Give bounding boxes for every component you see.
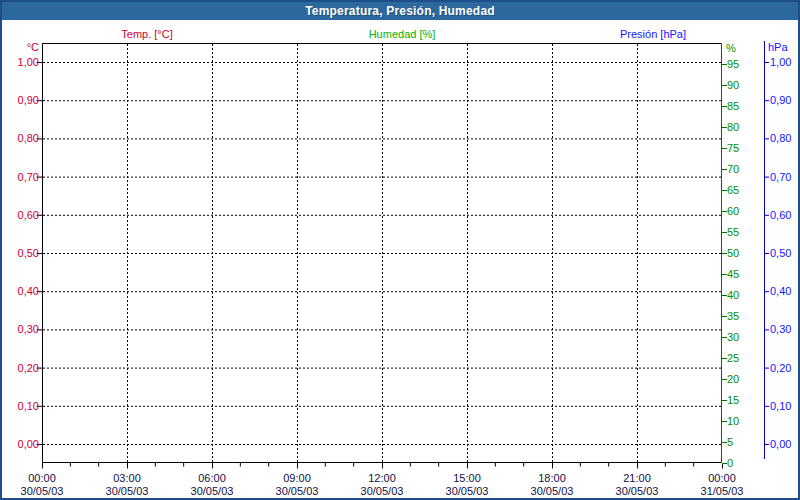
date-tick-label: 30/05/03: [520, 485, 584, 497]
humidity-tick-label: 75: [727, 142, 739, 154]
temp-tick-label: 0,20: [4, 362, 39, 374]
time-tick-label: 06:00: [180, 472, 244, 484]
time-tick-label: 03:00: [95, 472, 159, 484]
temp-tick-label: 0,60: [4, 209, 39, 221]
pressure-tick-label: 1,00: [770, 56, 791, 68]
humidity-tick-label: 50: [727, 247, 739, 259]
date-tick-label: 30/05/03: [605, 485, 669, 497]
humidity-tick-label: 25: [727, 352, 739, 364]
humidity-tick-label: 20: [727, 373, 739, 385]
temp-tick-label: 1,00: [4, 56, 39, 68]
pressure-tick-label: 0,60: [770, 209, 791, 221]
time-tick-label: 12:00: [350, 472, 414, 484]
date-tick-label: 30/05/03: [265, 485, 329, 497]
humidity-tick-label: 90: [727, 79, 739, 91]
time-tick-label: 15:00: [435, 472, 499, 484]
time-tick-label: 00:00: [10, 472, 74, 484]
humidity-tick-label: 70: [727, 163, 739, 175]
temp-tick-label: 0,10: [4, 400, 39, 412]
pressure-tick-label: 0,10: [770, 400, 791, 412]
humidity-tick-label: 15: [727, 394, 739, 406]
temp-tick-label: 0,40: [4, 285, 39, 297]
date-tick-label: 30/05/03: [10, 485, 74, 497]
humidity-tick-label: 30: [727, 331, 739, 343]
humidity-tick-label: 5: [727, 436, 733, 448]
time-tick-label: 09:00: [265, 472, 329, 484]
temp-tick-label: 0,90: [4, 94, 39, 106]
temp-tick-label: 0,30: [4, 323, 39, 335]
plot-grid: [2, 2, 800, 500]
pressure-tick-label: 0,40: [770, 285, 791, 297]
time-tick-label: 00:00: [690, 472, 754, 484]
pressure-tick-label: 0,30: [770, 323, 791, 335]
humidity-tick-label: 45: [727, 268, 739, 280]
humidity-tick-label: 40: [727, 289, 739, 301]
time-tick-label: 21:00: [605, 472, 669, 484]
humidity-tick-label: 10: [727, 415, 739, 427]
temp-tick-label: 0,50: [4, 247, 39, 259]
humidity-tick-label: 55: [727, 226, 739, 238]
pressure-tick-label: 0,90: [770, 94, 791, 106]
pressure-tick-label: 0,20: [770, 362, 791, 374]
pressure-tick-label: 0,80: [770, 132, 791, 144]
date-tick-label: 31/05/03: [690, 485, 754, 497]
humidity-tick-label: 80: [727, 121, 739, 133]
date-tick-label: 30/05/03: [95, 485, 159, 497]
weather-chart-window: Temperatura, Presión, Humedad Temp. [°C]…: [0, 0, 800, 500]
humidity-tick-label: 60: [727, 205, 739, 217]
humidity-tick-label: 0: [727, 457, 733, 469]
temp-tick-label: 0,80: [4, 132, 39, 144]
temp-tick-label: 0,00: [4, 438, 39, 450]
time-tick-label: 18:00: [520, 472, 584, 484]
humidity-tick-label: 85: [727, 100, 739, 112]
humidity-tick-label: 35: [727, 310, 739, 322]
date-tick-label: 30/05/03: [350, 485, 414, 497]
temp-tick-label: 0,70: [4, 171, 39, 183]
humidity-tick-label: 65: [727, 184, 739, 196]
date-tick-label: 30/05/03: [180, 485, 244, 497]
humidity-tick-label: 95: [727, 58, 739, 70]
pressure-tick-label: 0,70: [770, 171, 791, 183]
pressure-tick-label: 0,50: [770, 247, 791, 259]
date-tick-label: 30/05/03: [435, 485, 499, 497]
pressure-tick-label: 0,00: [770, 438, 791, 450]
